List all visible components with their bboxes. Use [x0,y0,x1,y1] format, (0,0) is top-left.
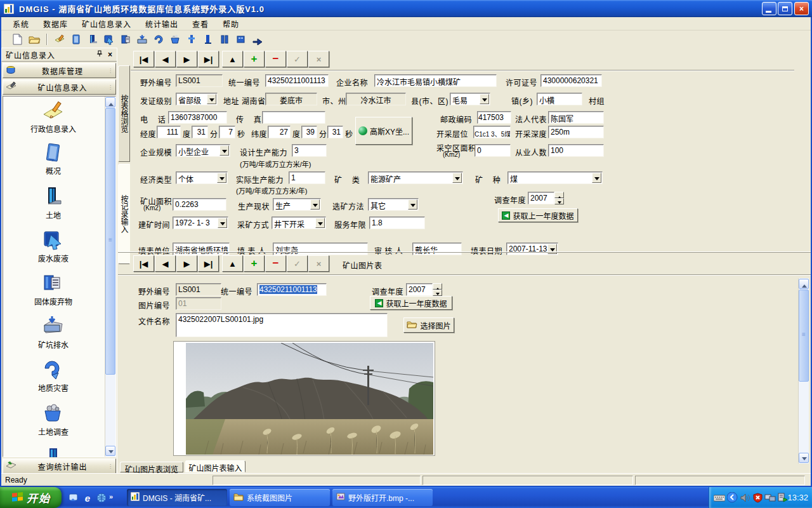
pin-icon[interactable] [96,50,103,59]
chevron-down-icon[interactable] [217,173,226,183]
tab-photo-input[interactable]: 矿山图片表输入 [185,460,246,472]
photo-nav-post-button[interactable]: ✓ [287,255,308,272]
menu-help[interactable]: 帮助 [223,18,239,29]
land-icon[interactable] [86,33,99,46]
field-no-input[interactable]: LS001 [176,74,223,87]
chevron-down-icon[interactable] [218,218,227,228]
license-input[interactable]: 4300000620321 [540,74,602,87]
photo-nav-first-button[interactable]: |◀ [133,255,154,272]
spin-up-icon[interactable] [554,192,564,198]
monitor-icon[interactable] [185,33,198,46]
fill-date-select[interactable]: 2007-11-13 [506,243,558,255]
prefecture-input[interactable]: 冷水江市 [346,93,406,105]
photo-field-no-input[interactable]: LS001 [176,283,221,296]
nav-last-button[interactable]: ▶| [198,51,219,67]
photo-survey-year-spinner[interactable] [433,283,442,296]
taskbar-clock[interactable]: 13:32 [787,493,808,502]
scroll-down-icon[interactable] [799,453,809,463]
security-shield-tray-icon[interactable] [751,491,764,504]
lon-min-input[interactable]: 31 [192,126,208,138]
language-tray-icon[interactable] [726,491,738,504]
photo-no-input[interactable]: 01 [176,297,221,310]
lat-sec-input[interactable]: 31 [327,126,343,138]
keyboard-tray-icon[interactable] [713,491,726,504]
photo-nav-delete-button[interactable]: − [265,255,286,272]
county-select[interactable]: 毛易 [450,93,490,105]
solid-waste-icon[interactable] [119,33,132,46]
legal-rep-input[interactable]: 陈国军 [548,111,604,124]
lon-sec-input[interactable]: 7 [219,126,235,138]
spin-up-icon[interactable] [433,283,442,290]
mine-area-input[interactable]: 0.2263 [173,198,226,211]
quicklaunch-overflow-chevron[interactable]: » [109,493,113,500]
scrollbar-thumb[interactable] [105,108,115,375]
scroll-up-icon[interactable] [105,97,115,107]
gauss-xy-button[interactable]: 高斯XY坐... [355,117,412,145]
production-status-select[interactable]: 生产 [273,198,321,211]
quicklaunch-mail-icon[interactable] [95,491,108,504]
sidebar-item-land-survey[interactable]: 土地调查 [3,402,103,437]
photo-get-prev-year-button[interactable]: ◀ 获取上一年度数据 [370,296,452,310]
scroll-up-icon[interactable] [799,279,809,289]
wastewater-icon[interactable] [103,33,115,46]
unified-no-input[interactable]: 43250211001113 [265,74,329,87]
chevron-down-icon[interactable] [592,173,601,183]
cert-level-select[interactable]: 省部级 [176,93,218,105]
mineral-class-select[interactable]: 能源矿产 [368,171,463,184]
overview-icon[interactable] [70,33,82,46]
nav-next-button[interactable]: ▶ [176,51,197,67]
chevron-down-icon[interactable] [310,199,320,210]
admin-entry-icon[interactable] [53,33,66,46]
quicklaunch-show-desktop-icon[interactable] [67,491,80,504]
photo-nav-cancel-button[interactable]: × [308,255,329,272]
design-capacity-input[interactable]: 3 [292,144,327,157]
lat-min-input[interactable]: 39 [301,126,317,138]
city-input[interactable]: 娄底市 [265,93,317,105]
photo-survey-year-input[interactable]: 2007 [406,283,433,296]
new-icon[interactable] [11,33,24,46]
drainage-icon[interactable] [136,33,148,46]
close-button[interactable]: × [794,2,809,15]
scrollbar-thumb[interactable] [799,290,809,382]
nav-prev-button[interactable]: ◀ [155,51,176,67]
taskbar-task-paint[interactable]: 野外版打开.bmp -... [332,489,433,506]
nav-first-button[interactable]: |◀ [133,51,154,67]
sidebar-item-geo-hazard[interactable]: 地质灾害 [3,358,103,393]
sidebar-item-partial[interactable] [3,447,103,457]
fill-unit-input[interactable]: 湖南省地质环境 [173,243,230,255]
start-button[interactable]: 开始 [0,487,62,508]
reviewer-input[interactable]: 戴长华 [412,243,462,255]
goaf-area-input[interactable]: 0 [475,144,511,157]
sidebar-group-mine-entry[interactable]: 矿山信息录入 ⋮ [3,79,116,95]
sidebar-group-query-output[interactable]: 查询统计输出 ⋮ [3,458,116,474]
column-icon[interactable] [202,33,214,46]
nav-cancel-button[interactable]: × [308,51,329,67]
tab-table-browse[interactable]: 按表格浏览 [118,65,130,162]
mining-method-select[interactable]: 井下开采 [272,217,326,229]
chevron-down-icon[interactable] [315,218,325,228]
menu-mine-info-entry[interactable]: 矿山信息录入 [82,18,131,29]
mineral-kind-select[interactable]: 煤 [508,171,603,184]
mining-horizon-input[interactable]: C1c1 3、5煤层 [473,126,511,138]
towers-icon[interactable] [218,33,231,46]
mining-depth-input[interactable]: 250m [548,126,604,138]
chevron-down-icon[interactable] [408,199,417,210]
town-input[interactable]: 小横 [537,93,582,105]
menu-database[interactable]: 数据库 [43,18,68,29]
lat-deg-input[interactable]: 27 [268,126,291,138]
chevron-down-icon[interactable] [480,94,489,104]
photo-unified-no-input[interactable]: 43250211001113 [257,283,327,296]
restore-button[interactable] [778,2,792,15]
scale-select[interactable]: 小型企业 [176,144,230,157]
service-life-input[interactable]: 1.8 [369,217,425,229]
taskbar-task-dmgis[interactable]: DMGIS - 湖南省矿... [127,489,227,506]
photo-nav-add-button[interactable]: + [244,255,265,272]
select-image-button[interactable]: 选择图片 [403,318,454,333]
taskbar-task-screenshots-folder[interactable]: 系统截图图片 [230,489,330,506]
sidebar-item-solid-waste[interactable]: 固体废弃物 [3,272,103,307]
postcode-input[interactable]: 417503 [477,111,511,124]
get-prev-year-button[interactable]: ◀ 获取上一年度数据 [498,208,578,222]
land-survey-icon[interactable] [169,33,181,46]
nav-up-button[interactable]: ▲ [222,51,243,67]
sidebar-item-overview[interactable]: 概况 [3,142,103,176]
